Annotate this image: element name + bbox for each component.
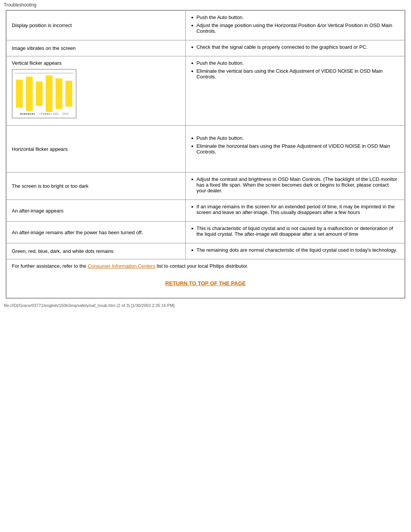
footer-row: For further assistance, refer to the Con… xyxy=(6,259,405,298)
footer-text: For further assistance, refer to the Con… xyxy=(12,263,399,269)
solution-list: Push the Auto button. Eliminate the hori… xyxy=(191,135,399,155)
list-item: Adjust the contrast and brightness in OS… xyxy=(191,176,399,193)
problem-cell: An after-image appears xyxy=(6,200,186,222)
list-item: Check that the signal cable is properly … xyxy=(191,44,399,50)
problem-cell: Horizontal flicker appears xyxy=(6,126,186,173)
list-item: Push the Auto button. xyxy=(191,14,399,20)
solution-list: If an image remains in the screen for an… xyxy=(191,204,399,215)
table-row: Display position is incorrect Push the A… xyxy=(6,11,405,40)
problem-text: An after-image remains after the power h… xyxy=(12,230,143,235)
solution-list: The remaining dots are normal characteri… xyxy=(191,247,399,253)
problem-text: Horizontal flicker appears xyxy=(12,146,68,152)
problem-text: Image vibrates on the screen xyxy=(12,45,76,51)
footer-cell: For further assistance, refer to the Con… xyxy=(6,259,405,298)
list-item: Push the Auto button. xyxy=(191,135,399,141)
solution-cell: This is characteristic of liquid crystal… xyxy=(186,222,405,243)
solution-list: Push the Auto button. Eliminate the vert… xyxy=(191,60,399,80)
page-header: Troubleshooting xyxy=(0,0,411,10)
table-row: Vertical flicker appears ■♦■♦■♦■♦ <F♦♦♦♦… xyxy=(6,56,405,126)
problem-cell: Image vibrates on the screen xyxy=(6,40,186,56)
list-item: If an image remains in the screen for an… xyxy=(191,204,399,215)
list-item: Eliminate the horizontal bars using the … xyxy=(191,143,399,155)
problem-cell: Vertical flicker appears ■♦■♦■♦■♦ <F♦♦♦♦… xyxy=(6,56,186,126)
solution-list: Push the Auto button. Adjust the image p… xyxy=(191,14,399,34)
problem-text: Display position is incorrect xyxy=(12,22,72,28)
solution-cell: The remaining dots are normal characteri… xyxy=(186,243,405,259)
list-item: Push the Auto button. xyxy=(191,60,399,66)
list-item: Eliminate the vertical bars using the Cl… xyxy=(191,68,399,80)
return-to-top-link[interactable]: RETURN TO TOP OF THE PAGE xyxy=(165,280,245,286)
problem-cell: The screen is too bright or too dark xyxy=(6,173,186,200)
table-row: The screen is too bright or too dark Adj… xyxy=(6,173,405,200)
problem-text: Green, red, blue, dark, and white dots r… xyxy=(12,248,113,254)
table-row: Image vibrates on the screen Check that … xyxy=(6,40,405,56)
problem-cell: Green, red, blue, dark, and white dots r… xyxy=(6,243,186,259)
troubleshooting-table: Display position is incorrect Push the A… xyxy=(6,10,405,298)
solution-cell: Push the Auto button. Eliminate the hori… xyxy=(186,126,405,173)
vertical-flicker-image: ■♦■♦■♦■♦ <F♦♦♦♦> 041 DVI xyxy=(12,69,76,118)
problem-text: The screen is too bright or too dark xyxy=(12,183,89,189)
table-row: An after-image remains after the power h… xyxy=(6,222,405,243)
return-link-container: RETURN TO TOP OF THE PAGE xyxy=(12,269,399,294)
problem-cell: An after-image remains after the power h… xyxy=(6,222,186,243)
page-footer: file:///D|/Grace/03771/english/150b3mq/s… xyxy=(0,301,411,310)
solution-cell: Push the Auto button. Eliminate the vert… xyxy=(186,56,405,126)
solution-list: This is characteristic of liquid crystal… xyxy=(191,225,399,237)
solution-cell: Check that the signal cable is properly … xyxy=(186,40,405,56)
solution-cell: Push the Auto button. Adjust the image p… xyxy=(186,11,405,40)
solution-cell: If an image remains in the screen for an… xyxy=(186,200,405,222)
table-row: An after-image appears If an image remai… xyxy=(6,200,405,222)
list-item: Adjust the image position using the Hori… xyxy=(191,22,399,34)
page-footer-text: file:///D|/Grace/03771/english/150b3mq/s… xyxy=(4,303,175,308)
solution-list: Adjust the contrast and brightness in OS… xyxy=(191,176,399,193)
solution-cell: Adjust the contrast and brightness in OS… xyxy=(186,173,405,200)
problem-text: Vertical flicker appears xyxy=(12,60,62,66)
solution-list: Check that the signal cable is properly … xyxy=(191,44,399,50)
list-item: This is characteristic of liquid crystal… xyxy=(191,225,399,237)
table-row: Green, red, blue, dark, and white dots r… xyxy=(6,243,405,259)
problem-text: An after-image appears xyxy=(12,208,64,214)
consumer-info-link[interactable]: Consumer Information Centers xyxy=(88,263,155,269)
breadcrumb: Troubleshooting xyxy=(4,2,37,8)
table-row: Horizontal flicker appears Push the Auto… xyxy=(6,126,405,173)
problem-cell: Display position is incorrect xyxy=(6,11,186,40)
main-content: Display position is incorrect Push the A… xyxy=(6,10,405,299)
list-item: The remaining dots are normal characteri… xyxy=(191,247,399,253)
